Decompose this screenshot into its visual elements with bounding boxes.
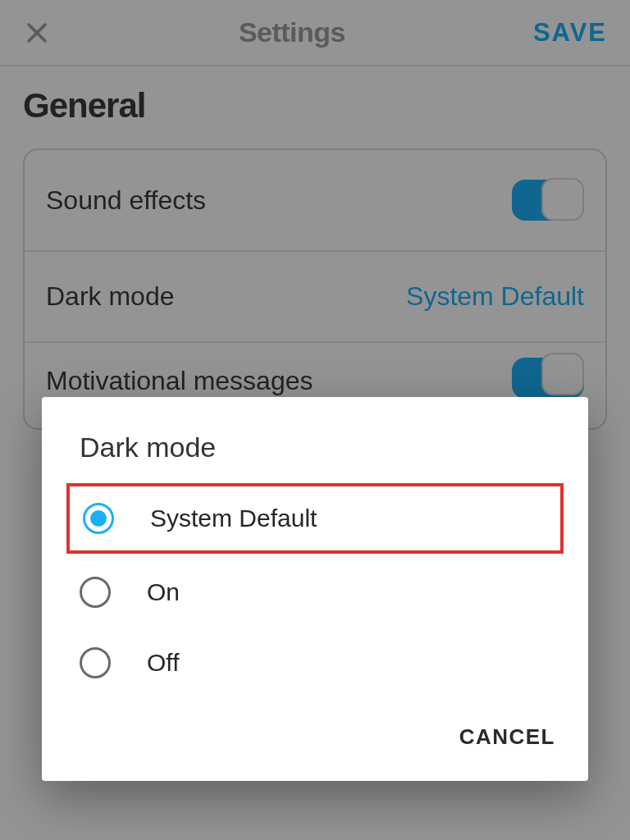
radio-icon bbox=[80, 577, 111, 608]
radio-label: System Default bbox=[150, 504, 317, 532]
radio-option-system-default[interactable]: System Default bbox=[66, 483, 564, 554]
radio-option-off[interactable]: Off bbox=[66, 631, 564, 695]
radio-option-on[interactable]: On bbox=[66, 560, 564, 624]
radio-icon bbox=[80, 647, 111, 678]
dialog-title: Dark mode bbox=[42, 431, 588, 483]
cancel-button[interactable]: CANCEL bbox=[459, 724, 555, 750]
dialog-actions: CANCEL bbox=[42, 701, 588, 768]
radio-icon bbox=[83, 503, 114, 534]
radio-label: Off bbox=[147, 649, 179, 677]
dark-mode-dialog: Dark mode System Default On Off CANCEL bbox=[42, 397, 588, 781]
radio-list: System Default On Off bbox=[42, 483, 588, 695]
modal-overlay[interactable]: Dark mode System Default On Off CANCEL bbox=[0, 0, 630, 840]
radio-label: On bbox=[147, 578, 180, 606]
